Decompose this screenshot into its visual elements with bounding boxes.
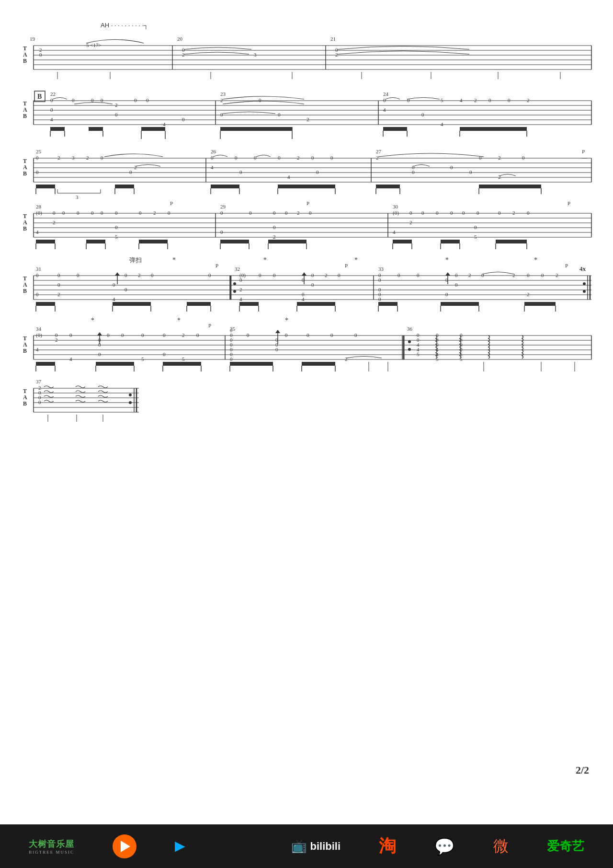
svg-text:P: P bbox=[582, 149, 585, 154]
svg-text:0: 0 bbox=[220, 112, 223, 117]
svg-text:4: 4 bbox=[441, 121, 443, 127]
tab-notation: AH · · · · · · · · · ·┐ 19 20 21 T A B 2… bbox=[19, 10, 594, 829]
svg-text:25: 25 bbox=[36, 149, 42, 154]
svg-text:3: 3 bbox=[254, 52, 257, 58]
svg-text:0: 0 bbox=[151, 272, 154, 278]
svg-text:0: 0 bbox=[113, 282, 115, 288]
svg-text:B: B bbox=[23, 400, 27, 407]
svg-text:B: B bbox=[23, 170, 27, 177]
svg-rect-227 bbox=[139, 240, 168, 243]
svg-text:4: 4 bbox=[113, 296, 115, 302]
svg-text:0: 0 bbox=[115, 112, 118, 117]
svg-text:0: 0 bbox=[383, 97, 386, 103]
svg-text:2: 2 bbox=[115, 102, 118, 108]
svg-text:2: 2 bbox=[409, 220, 412, 225]
svg-rect-348 bbox=[524, 302, 556, 306]
svg-text:19: 19 bbox=[30, 36, 35, 42]
taobao-icon: 淘 bbox=[379, 836, 396, 856]
svg-text:T: T bbox=[23, 213, 27, 220]
svg-text:0: 0 bbox=[273, 272, 276, 278]
taobao-brand[interactable]: 淘 bbox=[379, 834, 396, 858]
svg-point-463 bbox=[129, 401, 132, 404]
svg-text:0: 0 bbox=[527, 210, 530, 216]
wechat-icon: 💬 bbox=[434, 838, 454, 856]
svg-text:0: 0 bbox=[455, 282, 458, 288]
svg-text:*: * bbox=[445, 256, 449, 264]
svg-text:5: 5 bbox=[460, 356, 463, 362]
play-button[interactable] bbox=[113, 834, 136, 858]
iqiyi-brand[interactable]: 爱奇艺 bbox=[547, 838, 584, 855]
bigtree-logo[interactable]: 大树音乐屋 BIGTREE MUSIC bbox=[29, 838, 74, 855]
svg-text:0: 0 bbox=[36, 272, 39, 278]
svg-text:0: 0 bbox=[72, 97, 75, 103]
svg-text:27: 27 bbox=[376, 149, 382, 154]
svg-text:0: 0 bbox=[182, 116, 185, 122]
svg-rect-432 bbox=[96, 362, 134, 366]
svg-text:A: A bbox=[23, 164, 27, 171]
svg-text:0: 0 bbox=[125, 272, 127, 278]
svg-text:0: 0 bbox=[479, 155, 482, 161]
svg-text:36: 36 bbox=[407, 326, 413, 332]
svg-text:T: T bbox=[23, 158, 27, 164]
svg-text:0: 0 bbox=[409, 210, 412, 216]
svg-text:0: 0 bbox=[278, 155, 281, 161]
svg-text:*: * bbox=[263, 256, 267, 264]
svg-text:2: 2 bbox=[182, 332, 185, 338]
svg-text:0: 0 bbox=[36, 291, 39, 297]
bilibili-brand[interactable]: 📺 bilibili bbox=[291, 839, 341, 854]
svg-text:0: 0 bbox=[311, 155, 314, 161]
svg-text:2: 2 bbox=[345, 356, 348, 362]
svg-text:0: 0 bbox=[101, 155, 103, 161]
svg-rect-441 bbox=[302, 362, 335, 366]
svg-text:2: 2 bbox=[498, 174, 501, 180]
svg-text:0: 0 bbox=[259, 272, 261, 278]
svg-text:P: P bbox=[565, 263, 568, 268]
svg-text:2: 2 bbox=[556, 272, 558, 278]
svg-text:A: A bbox=[23, 51, 27, 58]
svg-text:2: 2 bbox=[527, 291, 530, 297]
svg-text:0: 0 bbox=[163, 332, 166, 338]
svg-text:0: 0 bbox=[522, 155, 525, 161]
svg-text:4: 4 bbox=[287, 174, 290, 180]
svg-text:0: 0 bbox=[77, 210, 79, 216]
svg-text:0: 0 bbox=[249, 210, 252, 216]
svg-text:2: 2 bbox=[55, 337, 58, 343]
svg-marker-281 bbox=[115, 272, 120, 276]
youku-text: YOUKU bbox=[188, 840, 227, 853]
svg-text:0: 0 bbox=[134, 97, 137, 103]
svg-rect-147 bbox=[36, 185, 55, 188]
svg-text:0: 0 bbox=[508, 97, 511, 103]
svg-marker-378 bbox=[97, 332, 102, 336]
svg-rect-84 bbox=[141, 127, 165, 131]
svg-text:2: 2 bbox=[57, 291, 60, 297]
svg-rect-87 bbox=[220, 127, 292, 131]
svg-rect-435 bbox=[163, 362, 201, 366]
svg-text:T: T bbox=[23, 335, 27, 342]
svg-text:5: 5 bbox=[182, 356, 185, 362]
svg-text:0: 0 bbox=[220, 229, 223, 235]
svg-rect-233 bbox=[268, 240, 306, 243]
svg-text:0: 0 bbox=[455, 272, 458, 278]
svg-text:0: 0 bbox=[302, 277, 305, 283]
main-content: AH · · · · · · · · · ·┐ 19 20 21 T A B 2… bbox=[0, 0, 613, 824]
svg-text:0: 0 bbox=[121, 332, 124, 338]
svg-text:2: 2 bbox=[335, 52, 338, 58]
svg-text:2: 2 bbox=[297, 210, 300, 216]
svg-text:A: A bbox=[23, 394, 27, 401]
svg-text:*: * bbox=[172, 256, 176, 264]
svg-text:4: 4 bbox=[239, 296, 242, 302]
svg-text:*: * bbox=[285, 317, 288, 324]
svg-text:2: 2 bbox=[468, 272, 471, 278]
svg-rect-162 bbox=[479, 185, 541, 188]
svg-text:0: 0 bbox=[338, 272, 341, 278]
weibo-brand[interactable]: 微 bbox=[493, 836, 509, 857]
svg-text:P: P bbox=[216, 263, 218, 268]
svg-rect-333 bbox=[187, 302, 211, 306]
svg-text:0: 0 bbox=[115, 210, 118, 216]
svg-point-275 bbox=[583, 282, 586, 285]
svg-text:(0): (0) bbox=[36, 210, 42, 216]
youku-chinese: 优酷 bbox=[231, 839, 252, 854]
logo-name: 大树音乐屋 bbox=[29, 838, 74, 850]
youku-brand[interactable]: ▶ YOUKU 优酷 bbox=[175, 839, 252, 854]
wechat-brand[interactable]: 💬 bbox=[434, 837, 454, 856]
